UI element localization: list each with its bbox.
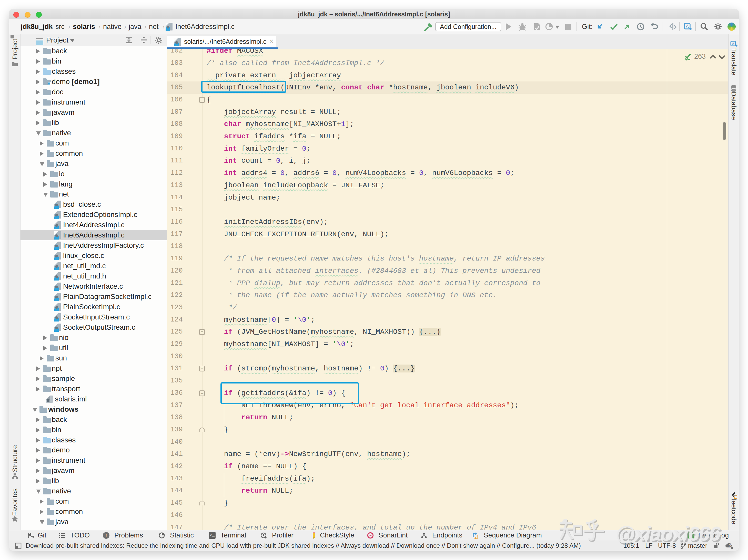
svg-text:A: A bbox=[686, 24, 689, 29]
svg-text:A: A bbox=[732, 42, 734, 46]
